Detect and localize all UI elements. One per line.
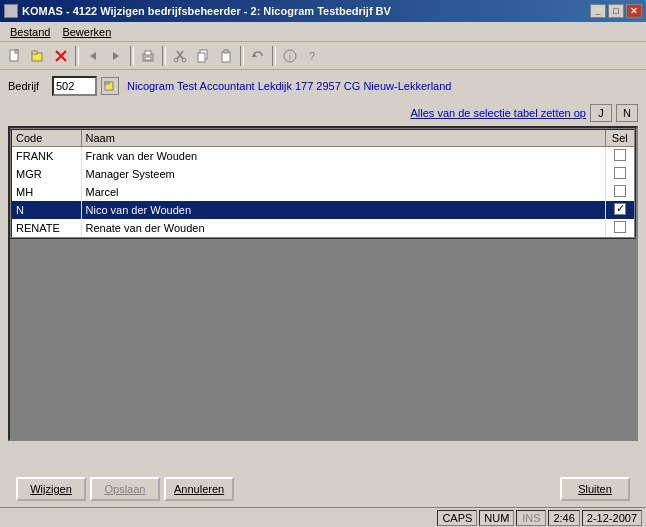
- svg-rect-1: [15, 50, 18, 53]
- sel-btn-j[interactable]: J: [590, 104, 612, 122]
- svg-text:i: i: [289, 52, 291, 62]
- tb-paste[interactable]: [215, 45, 237, 67]
- svg-rect-9: [145, 51, 151, 55]
- svg-rect-24: [105, 82, 109, 84]
- annuleren-button[interactable]: Annuleren: [164, 477, 234, 501]
- toolbar-separator-2: [130, 46, 134, 66]
- table-cell-code: MGR: [11, 165, 81, 183]
- num-indicator: NUM: [479, 510, 514, 526]
- app-icon: [4, 4, 18, 18]
- table-row[interactable]: RENATERenate van der Wouden: [11, 219, 635, 238]
- svg-rect-16: [198, 53, 205, 62]
- table-row[interactable]: MGRManager Systeem: [11, 165, 635, 183]
- sel-checkbox[interactable]: [614, 185, 626, 197]
- table-row[interactable]: MHMarcel: [11, 183, 635, 201]
- sel-checkbox[interactable]: [614, 149, 626, 161]
- selection-header: Alles van de selectie tabel zetten op J …: [8, 104, 638, 122]
- table-cell-naam: Manager Systeem: [81, 165, 605, 183]
- wijzigen-button[interactable]: Wijzigen: [16, 477, 86, 501]
- toolbar-separator-5: [272, 46, 276, 66]
- table-cell-code: FRANK: [11, 147, 81, 166]
- window-title: KOMAS - 4122 Wijzigen bedrijfsbeheerder …: [22, 5, 391, 17]
- sel-checkbox[interactable]: [614, 221, 626, 233]
- data-table: Code Naam Sel FRANKFrank van der WoudenM…: [10, 128, 636, 239]
- bedrijf-label: Bedrijf: [8, 80, 48, 92]
- svg-text:?: ?: [309, 50, 315, 62]
- bedrijf-lookup-button[interactable]: [101, 77, 119, 95]
- tb-info[interactable]: i: [279, 45, 301, 67]
- caps-indicator: CAPS: [437, 510, 477, 526]
- table-header-row: Code Naam Sel: [11, 129, 635, 147]
- selection-link[interactable]: Alles van de selectie tabel zetten op: [410, 107, 586, 119]
- sel-btn-n[interactable]: N: [616, 104, 638, 122]
- ins-indicator: INS: [516, 510, 546, 526]
- menu-bar: Bestand Bewerken: [0, 22, 646, 42]
- sluiten-button[interactable]: Sluiten: [560, 477, 630, 501]
- bedrijf-row: Bedrijf Nicogram Test Accountant Lekdijk…: [8, 76, 638, 96]
- toolbar: i ?: [0, 42, 646, 70]
- sel-checkbox[interactable]: [614, 203, 626, 215]
- toolbar-separator-3: [162, 46, 166, 66]
- table-container: Code Naam Sel FRANKFrank van der WoudenM…: [8, 126, 638, 441]
- table-cell-naam: Nico van der Wouden: [81, 201, 605, 219]
- svg-marker-6: [90, 52, 96, 60]
- svg-point-14: [182, 58, 186, 62]
- bottom-buttons-right: Sluiten: [560, 477, 630, 501]
- opslaan-button[interactable]: Opslaan: [90, 477, 160, 501]
- table-cell-sel[interactable]: [605, 183, 635, 201]
- time-display: 2:46: [548, 510, 579, 526]
- svg-rect-18: [224, 50, 228, 53]
- menu-bestand[interactable]: Bestand: [4, 24, 56, 40]
- table-cell-sel[interactable]: [605, 201, 635, 219]
- col-header-naam: Naam: [81, 129, 605, 147]
- col-header-sel: Sel: [605, 129, 635, 147]
- table-row[interactable]: FRANKFrank van der Wouden: [11, 147, 635, 166]
- bottom-buttons-left: Wijzigen Opslaan Annuleren: [16, 477, 234, 501]
- tb-back[interactable]: [82, 45, 104, 67]
- tb-delete[interactable]: [50, 45, 72, 67]
- status-bar: CAPS NUM INS 2:46 2-12-2007: [0, 507, 646, 527]
- bottom-bar: Wijzigen Opslaan Annuleren Sluiten: [0, 471, 646, 507]
- tb-help[interactable]: ?: [302, 45, 324, 67]
- tb-cut[interactable]: [169, 45, 191, 67]
- toolbar-separator-1: [75, 46, 79, 66]
- table-cell-naam: Frank van der Wouden: [81, 147, 605, 166]
- title-bar: KOMAS - 4122 Wijzigen bedrijfsbeheerder …: [0, 0, 646, 22]
- tb-print[interactable]: [137, 45, 159, 67]
- table-cell-code: N: [11, 201, 81, 219]
- tb-forward[interactable]: [105, 45, 127, 67]
- bedrijf-code-input[interactable]: [52, 76, 97, 96]
- table-row[interactable]: NNico van der Wouden: [11, 201, 635, 219]
- selection-area: Alles van de selectie tabel zetten op J …: [8, 104, 638, 441]
- maximize-button[interactable]: □: [608, 4, 624, 18]
- menu-bewerken[interactable]: Bewerken: [56, 24, 117, 40]
- bedrijf-description: Nicogram Test Accountant Lekdijk 177 295…: [127, 80, 451, 92]
- table-cell-sel[interactable]: [605, 219, 635, 238]
- tb-new[interactable]: [4, 45, 26, 67]
- svg-rect-10: [145, 57, 151, 60]
- table-cell-sel[interactable]: [605, 147, 635, 166]
- svg-rect-3: [32, 51, 37, 54]
- table-cell-naam: Renate van der Wouden: [81, 219, 605, 238]
- toolbar-separator-4: [240, 46, 244, 66]
- svg-marker-7: [113, 52, 119, 60]
- tb-copy[interactable]: [192, 45, 214, 67]
- table-cell-code: MH: [11, 183, 81, 201]
- table-cell-naam: Marcel: [81, 183, 605, 201]
- tb-undo[interactable]: [247, 45, 269, 67]
- table-cell-code: RENATE: [11, 219, 81, 238]
- minimize-button[interactable]: _: [590, 4, 606, 18]
- close-button[interactable]: ✕: [626, 4, 642, 18]
- tb-open[interactable]: [27, 45, 49, 67]
- svg-point-13: [174, 58, 178, 62]
- table-cell-sel[interactable]: [605, 165, 635, 183]
- col-header-code: Code: [11, 129, 81, 147]
- table-empty-area: [10, 239, 636, 439]
- date-display: 2-12-2007: [582, 510, 642, 526]
- main-content: Bedrijf Nicogram Test Accountant Lekdijk…: [0, 70, 646, 451]
- sel-checkbox[interactable]: [614, 167, 626, 179]
